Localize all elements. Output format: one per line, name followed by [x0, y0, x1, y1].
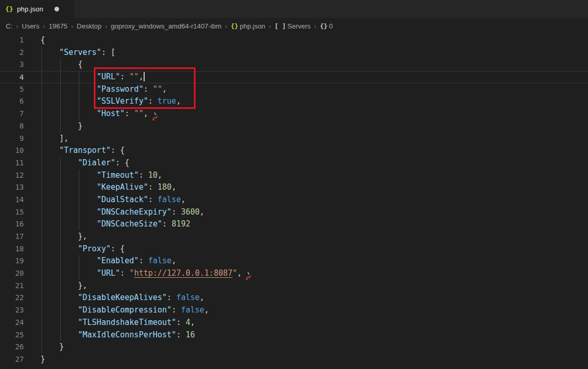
code-line-14[interactable]: 14 "DualStack": false,: [0, 194, 588, 206]
code-line-15[interactable]: 15 "DNSCacheExpiry": 3600,: [0, 206, 588, 219]
line-number[interactable]: 16: [0, 218, 24, 231]
line-number[interactable]: 2: [0, 47, 24, 59]
line-number[interactable]: 6: [0, 95, 24, 108]
code-text[interactable]: "DisableCompression": false,: [40, 304, 209, 317]
line-number[interactable]: 15: [0, 206, 24, 219]
line-number[interactable]: 18: [0, 243, 24, 256]
line-number[interactable]: 21: [0, 280, 24, 292]
code-line-25[interactable]: 25 "MaxIdleConnsPerHost": 16: [0, 329, 588, 342]
token: 16: [186, 330, 195, 339]
line-number[interactable]: 12: [0, 169, 24, 182]
token: :: [167, 293, 176, 302]
code-line-11[interactable]: 11 "Dialer": {: [0, 157, 588, 169]
code-line-10[interactable]: 10 "Transport": {: [0, 145, 588, 157]
code-editor[interactable]: 1{2 "Servers": [3 {4 "URL": "",5 "Passwo…: [0, 34, 588, 369]
code-line-13[interactable]: 13 "KeepAlive": 180,: [0, 181, 588, 194]
line-number[interactable]: 13: [0, 181, 24, 194]
line-number[interactable]: 4: [0, 72, 24, 84]
breadcrumb-item-c-[interactable]: C:: [6, 22, 12, 30]
breadcrumb-item-desktop[interactable]: Desktop: [77, 22, 102, 30]
breadcrumb-item-users[interactable]: Users: [22, 22, 39, 30]
breadcrumb-item-0[interactable]: {}0: [320, 22, 333, 30]
code-text[interactable]: ],: [40, 133, 68, 145]
token: :: [110, 146, 120, 155]
breadcrumb-item-servers[interactable]: [ ]Servers: [275, 22, 311, 30]
code-line-17[interactable]: 17 },: [0, 231, 588, 243]
code-text[interactable]: },: [40, 231, 87, 243]
url-link[interactable]: http://127.0.0.1:8087: [134, 268, 233, 278]
line-number[interactable]: 5: [0, 83, 24, 96]
line-number[interactable]: 9: [0, 133, 24, 145]
line-number[interactable]: 7: [0, 108, 24, 120]
code-line-12[interactable]: 12 "Timeout": 10,: [0, 169, 588, 182]
code-text[interactable]: },: [40, 280, 87, 292]
code-text[interactable]: {: [40, 59, 82, 71]
code-text[interactable]: {: [40, 34, 45, 47]
code-text[interactable]: "TLSHandshakeTimeout": 4,: [40, 317, 195, 329]
code-text[interactable]: "URL": "",: [40, 71, 145, 83]
code-text[interactable]: "SSLVerify": true,: [40, 95, 181, 108]
token: :: [172, 207, 181, 217]
code-text[interactable]: "Password": "",: [40, 83, 167, 96]
code-text[interactable]: "Enabled": false,: [40, 255, 176, 267]
code-text[interactable]: "Proxy": {: [40, 243, 125, 256]
breadcrumb-item-php-json[interactable]: {}php.json: [231, 22, 265, 30]
code-line-22[interactable]: 22 "DisableKeepAlives": false,: [0, 292, 588, 304]
breadcrumb-item-goproxy-windows-amd64-r1407-ibm[interactable]: goproxy_windows_amd64-r1407-ibm: [111, 22, 221, 30]
code-text[interactable]: "DisableKeepAlives": false,: [40, 292, 204, 304]
code-text[interactable]: }: [40, 120, 82, 133]
code-line-1[interactable]: 1{: [0, 34, 588, 47]
line-number[interactable]: 22: [0, 292, 24, 304]
line-number[interactable]: 17: [0, 231, 24, 243]
line-number[interactable]: 27: [0, 353, 24, 366]
code-text[interactable]: "DualStack": false,: [40, 194, 186, 206]
token: :: [139, 256, 148, 265]
code-text[interactable]: "Dialer": {: [40, 157, 130, 169]
code-line-20[interactable]: 20 "URL": "http://127.0.0.1:8087",: [0, 267, 588, 280]
line-number[interactable]: 3: [0, 59, 24, 71]
code-line-16[interactable]: 16 "DNSCacheSize": 8192: [0, 218, 588, 231]
code-line-27[interactable]: 27}: [0, 353, 588, 366]
code-text[interactable]: }: [40, 341, 64, 353]
line-number[interactable]: 14: [0, 194, 24, 206]
line-number[interactable]: 23: [0, 304, 24, 317]
line-number[interactable]: 19: [0, 255, 24, 267]
tab-php-json[interactable]: {} php.json: [0, 0, 74, 18]
code-line-21[interactable]: 21 },: [0, 280, 588, 292]
chevron-right-icon: ›: [269, 23, 271, 30]
code-text[interactable]: "DNSCacheSize": 8192: [40, 218, 190, 231]
line-number[interactable]: 1: [0, 34, 24, 47]
modified-dot-icon[interactable]: [54, 7, 59, 11]
token: 10: [148, 171, 158, 180]
code-line-19[interactable]: 19 "Enabled": false,: [0, 255, 588, 267]
code-text[interactable]: "DNSCacheExpiry": 3600,: [40, 206, 204, 219]
code-line-5[interactable]: 5 "Password": "",: [0, 83, 588, 96]
code-line-9[interactable]: 9 ],: [0, 133, 588, 145]
line-number[interactable]: 20: [0, 267, 24, 280]
code-line-3[interactable]: 3 {: [0, 59, 588, 71]
line-number[interactable]: 24: [0, 317, 24, 329]
code-line-24[interactable]: 24 "TLSHandshakeTimeout": 4,: [0, 317, 588, 329]
token: }: [78, 121, 82, 131]
breadcrumb-item-19675[interactable]: 19675: [49, 22, 67, 30]
code-text[interactable]: "Timeout": 10,: [40, 169, 162, 182]
code-line-8[interactable]: 8 }: [0, 120, 588, 133]
line-number[interactable]: 26: [0, 341, 24, 353]
code-line-7[interactable]: 7 "Host": "",: [0, 108, 588, 120]
code-text[interactable]: "MaxIdleConnsPerHost": 16: [40, 329, 195, 342]
code-line-6[interactable]: 6 "SSLVerify": true,: [0, 95, 588, 108]
code-text[interactable]: "Transport": {: [40, 145, 125, 157]
code-text[interactable]: "Servers": [: [40, 47, 116, 59]
code-text[interactable]: }: [40, 353, 45, 366]
code-line-4[interactable]: 4 "URL": "",: [0, 71, 588, 83]
code-text[interactable]: "KeepAlive": 180,: [40, 181, 176, 194]
code-line-23[interactable]: 23 "DisableCompression": false,: [0, 304, 588, 317]
code-line-2[interactable]: 2 "Servers": [: [0, 47, 588, 59]
token: :: [144, 84, 153, 94]
code-line-18[interactable]: 18 "Proxy": {: [0, 243, 588, 256]
line-number[interactable]: 8: [0, 120, 24, 133]
line-number[interactable]: 10: [0, 145, 24, 157]
code-line-26[interactable]: 26 }: [0, 341, 588, 353]
line-number[interactable]: 25: [0, 329, 24, 342]
line-number[interactable]: 11: [0, 157, 24, 169]
